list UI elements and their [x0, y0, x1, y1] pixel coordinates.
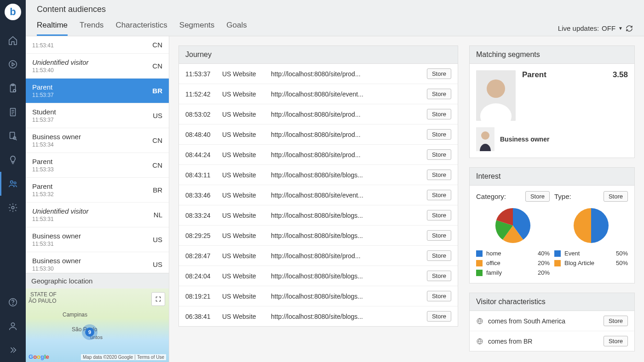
geo-map[interactable]: STATE OF ÃO PAULO Campinas São Paulo unt… [26, 288, 169, 362]
nav-document[interactable] [0, 100, 26, 124]
tab-trends[interactable]: Trends [80, 21, 104, 36]
nav-audiences[interactable] [0, 172, 26, 196]
visitor-name: Unidentified visitor [32, 207, 150, 215]
visitor-list[interactable]: 11:53:41CNUnidentified visitor11:53:40CN… [26, 36, 169, 273]
visitor-row[interactable]: 11:53:41CN [26, 36, 169, 54]
map-cluster-marker[interactable]: 9 [82, 324, 98, 340]
legend-value: 20% [538, 269, 550, 276]
legend-label: home [486, 250, 501, 257]
nav-search-doc[interactable] [0, 124, 26, 148]
interest-type-block: Type: Store Event50%Blog Article50% [554, 191, 628, 277]
visitor-row[interactable]: Parent11:53:32BR [26, 178, 169, 203]
journey-time: 08:48:40 [185, 131, 216, 138]
legend-value: 20% [538, 260, 550, 266]
visitor-row[interactable]: Business owner11:53:34CN [26, 128, 169, 153]
store-button[interactable]: Store [604, 191, 628, 202]
visitor-time: 11:53:31 [32, 216, 150, 222]
fullscreen-icon [155, 296, 161, 302]
characteristic-text: comes from BR [488, 338, 599, 345]
tab-characteristics[interactable]: Characteristics [115, 21, 167, 36]
visitor-country: CN [152, 62, 162, 70]
legend-swatch [554, 250, 561, 257]
visitor-time: 11:53:40 [32, 67, 149, 74]
visitor-row[interactable]: Unidentified visitor11:53:31NL [26, 203, 169, 227]
journey-panel-title: Journey [179, 46, 458, 64]
store-button[interactable]: Store [427, 250, 451, 261]
live-updates-toggle[interactable]: Live updates: OFF ▼ [558, 24, 633, 32]
journey-row: 08:29:25US Websitehttp://localhost:8080/… [179, 226, 458, 246]
nav-settings[interactable] [0, 196, 26, 220]
users-icon [8, 179, 18, 189]
store-button[interactable]: Store [427, 129, 451, 140]
visitor-name: Business owner [32, 257, 149, 265]
segments-panel-title: Matching segments [470, 46, 634, 64]
nav-clipboard[interactable] [0, 76, 26, 100]
svg-point-17 [481, 131, 489, 140]
interest-category-block: Category: Store home40%office20%family20… [476, 191, 550, 277]
segment-score: 3.58 [613, 70, 628, 79]
visitor-row[interactable]: Unidentified visitor11:53:40CN [26, 54, 169, 79]
visitor-country: BR [153, 186, 162, 194]
nav-idea[interactable] [0, 148, 26, 172]
visitor-country: US [153, 236, 162, 243]
journey-time: 08:29:25 [185, 232, 216, 239]
store-button[interactable]: Store [427, 109, 451, 119]
store-button[interactable]: Store [427, 311, 451, 322]
nav-rail: b [0, 0, 26, 362]
journey-row: 08:19:21US Websitehttp://localhost:8080/… [179, 286, 458, 306]
store-button[interactable]: Store [427, 149, 451, 160]
store-button[interactable]: Store [525, 191, 550, 202]
tab-goals[interactable]: Goals [226, 21, 247, 36]
refresh-icon[interactable] [626, 25, 633, 32]
tab-realtime[interactable]: Realtime [37, 21, 68, 36]
tab-segments[interactable]: Segments [179, 21, 215, 36]
nav-play[interactable] [0, 52, 26, 76]
map-label: ÃO PAULO [29, 298, 56, 304]
characteristic-row: comes from South AmericaStore [470, 311, 634, 331]
interest-type-label: Type: [554, 192, 571, 200]
visitor-row[interactable]: Business owner11:53:31US [26, 227, 169, 252]
journey-site: US Website [222, 212, 264, 219]
visitor-row[interactable]: Parent11:53:37BR [26, 79, 169, 103]
journey-site: US Website [222, 111, 264, 118]
document-search-icon [8, 131, 18, 141]
map-fullscreen-button[interactable] [151, 292, 165, 306]
journey-url: http://localhost:8080/site/blogs... [271, 272, 420, 280]
store-button[interactable]: Store [427, 190, 451, 200]
avatar [476, 127, 494, 151]
legend-label: Blog Article [564, 260, 594, 266]
store-button[interactable]: Store [427, 230, 451, 241]
store-button[interactable]: Store [427, 68, 451, 79]
globe-icon [476, 317, 483, 325]
visitor-name: Parent [32, 83, 149, 91]
visitor-time: 11:53:41 [32, 42, 149, 49]
store-button[interactable]: Store [427, 271, 451, 281]
nav-home[interactable] [0, 28, 26, 52]
store-button[interactable]: Store [427, 210, 451, 221]
visitor-country: US [153, 260, 162, 268]
nav-help[interactable] [0, 290, 26, 314]
visitor-name: Business owner [32, 133, 149, 141]
visitor-name: Parent [32, 182, 149, 190]
geo-panel: Geographic location STATE OF ÃO PAULO Ca… [26, 273, 169, 362]
play-circle-icon [8, 59, 18, 69]
visitor-time: 11:53:33 [32, 166, 149, 173]
store-button[interactable]: Store [427, 170, 451, 180]
visitor-name: Unidentified visitor [32, 58, 149, 66]
journey-url: http://localhost:8080/site/blogs... [271, 313, 420, 320]
marker-count: 9 [85, 328, 94, 337]
store-button[interactable]: Store [604, 336, 628, 346]
visitor-row[interactable]: Student11:53:37US [26, 103, 169, 128]
live-updates-value: OFF [602, 24, 615, 32]
store-button[interactable]: Store [604, 316, 628, 326]
visitor-row[interactable]: Parent11:53:33CN [26, 153, 169, 178]
store-button[interactable]: Store [427, 89, 451, 99]
store-button[interactable]: Store [427, 291, 451, 301]
visitor-name: Student [32, 108, 149, 116]
nav-user[interactable] [0, 314, 26, 338]
nav-expand[interactable] [0, 338, 26, 362]
home-icon [8, 35, 18, 45]
globe-icon [476, 338, 483, 345]
segment-primary: Parent 3.58 [470, 64, 634, 127]
visitor-row[interactable]: Business owner11:53:30US [26, 252, 169, 273]
